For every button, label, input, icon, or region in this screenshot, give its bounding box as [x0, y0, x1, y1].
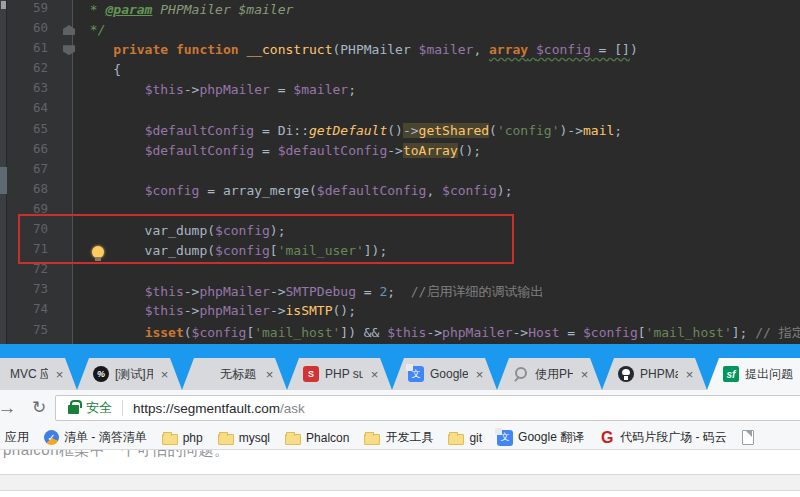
folder-icon [448, 434, 464, 445]
code-line: isset($config['mail_host']) && $this->ph… [82, 324, 800, 344]
code-token: $this [145, 82, 184, 97]
close-icon[interactable]: × [157, 367, 172, 382]
code-line: $this->phpMailer = $mailer; [82, 82, 800, 102]
code-token: * [82, 2, 105, 17]
bookmark-label: 代码片段广场 - 码云 [620, 429, 727, 446]
code-line [82, 263, 800, 283]
code-token: $defaultConfig [278, 143, 388, 158]
bookmark-label: Google 翻译 [518, 429, 584, 446]
code-token: mail [583, 123, 614, 138]
bookmark-item[interactable]: git [448, 431, 482, 445]
code-line: */ [82, 22, 800, 42]
code-token: -> [270, 303, 286, 318]
tool-window-icon[interactable] [1, 1, 6, 9]
tab-title: [测试]用户 [115, 366, 153, 383]
code-line: { [82, 62, 800, 82]
folder-icon [218, 434, 234, 445]
close-icon[interactable]: × [52, 367, 67, 382]
question-input[interactable] [0, 474, 800, 491]
bookmark-item[interactable] [742, 430, 754, 445]
code-token: $this [145, 284, 184, 299]
bookmark-item[interactable]: 清单 - 滴答清单 [44, 429, 147, 446]
code-token: isset [145, 325, 184, 340]
code-token: */ [82, 22, 105, 37]
close-icon[interactable]: × [472, 367, 487, 382]
tab-title: MVC 应用 [10, 366, 48, 383]
tab-title: 无标题 [220, 366, 258, 383]
tab-8[interactable]: 提出问题× [707, 358, 800, 390]
tab-title: Google 翻译 [430, 366, 468, 383]
bookmark-item[interactable]: mysql [218, 431, 270, 445]
code-token: $config [215, 243, 270, 258]
code-token: $config [536, 42, 591, 57]
code-token: $this [145, 303, 184, 318]
line-number: 75 [7, 322, 72, 342]
code-token: isSMTP [286, 303, 333, 318]
code-token: )-> [560, 123, 583, 138]
github-icon [618, 366, 634, 382]
bookmark-label: mysql [239, 431, 270, 445]
bookmark-label: Phalcon [306, 431, 349, 445]
tab-2[interactable]: [测试]用户× [77, 358, 182, 390]
editor-gutter: 5960616263646566676869707172737475 [7, 0, 73, 344]
code-line: $config = array_merge($defaultConfig, $c… [82, 183, 800, 203]
code-token [82, 123, 145, 138]
strip-scrollbar[interactable] [0, 167, 7, 194]
line-number: 66 [7, 141, 72, 161]
gitee-icon [599, 430, 615, 446]
tab-5[interactable]: Google 翻译× [392, 358, 497, 390]
close-icon[interactable]: × [682, 367, 697, 382]
code-token: // 指定 [747, 325, 800, 340]
tab-1[interactable]: MVC 应用× [0, 358, 77, 390]
line-number: 70 [7, 221, 72, 241]
search-icon [513, 366, 529, 382]
code-token: $config [192, 325, 247, 340]
close-icon[interactable]: × [367, 367, 382, 382]
editor-code[interactable]: * @param PHPMailer $mailer */ private fu… [74, 0, 800, 344]
line-number: 63 [7, 80, 72, 100]
bookmark-item[interactable]: 应用 [5, 429, 29, 446]
code-token: [ [270, 243, 278, 258]
tab-title: 使用PHP发 [535, 366, 573, 383]
code-token: -> [387, 143, 403, 158]
code-token: //启用详细的调试输出 [411, 284, 544, 299]
line-number: 67 [7, 161, 72, 181]
question-heading: phalcon框架中一个可怕的问题。 [3, 450, 800, 460]
ticktick-icon [44, 430, 59, 445]
bookmark-item[interactable]: 代码片段广场 - 码云 [599, 429, 727, 446]
tab-7[interactable]: PHPMailer× [602, 358, 707, 390]
reload-button[interactable]: ↻ [26, 395, 52, 421]
code-token: ]); [364, 243, 387, 258]
translate-icon [408, 366, 424, 382]
code-token: ( [184, 325, 192, 340]
bookmark-item[interactable]: Google 翻译 [497, 429, 584, 446]
red-square-icon [303, 366, 319, 382]
close-icon[interactable]: × [577, 367, 592, 382]
code-token [528, 42, 536, 57]
tab-title: 提出问题 [745, 366, 800, 383]
bookmark-item[interactable]: php [162, 431, 203, 445]
line-number: 64 [7, 100, 72, 120]
code-token: $mailer [419, 42, 474, 57]
code-token [82, 143, 145, 158]
bookmark-item[interactable]: Phalcon [285, 431, 349, 445]
code-token: __construct [246, 42, 332, 57]
ide-editor: 5960616263646566676869707172737475 * @pa… [0, 0, 800, 344]
forward-button[interactable]: → [0, 395, 20, 421]
browser-toolbar: → ↻ 安全 https://segmentfault.com /ask [0, 390, 800, 426]
folder-icon [285, 434, 301, 445]
code-token: phpMailer [199, 284, 269, 299]
code-token: ]; [732, 325, 748, 340]
line-number: 59 [7, 0, 72, 20]
bookmark-label: 开发工具 [385, 429, 433, 446]
translate-icon [497, 430, 513, 446]
code-token: $mailer [293, 82, 348, 97]
line-number: 71 [7, 241, 72, 261]
tab-4[interactable]: PHP subs× [287, 358, 392, 390]
tab-6[interactable]: 使用PHP发× [497, 358, 602, 390]
bookmark-item[interactable]: 开发工具 [364, 429, 433, 446]
line-number: 74 [7, 301, 72, 321]
address-bar[interactable]: 安全 https://segmentfault.com /ask [55, 395, 800, 421]
tab-3[interactable]: 无标题× [182, 358, 287, 390]
close-icon[interactable]: × [262, 367, 277, 382]
